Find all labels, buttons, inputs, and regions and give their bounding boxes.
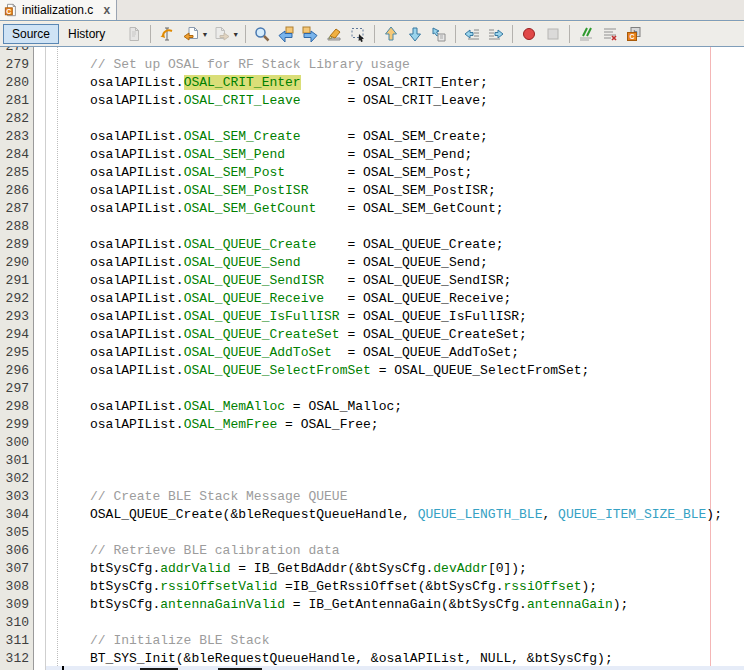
line-number[interactable]: 296: [0, 362, 34, 380]
code-editor[interactable]: 278279// Set up OSAL for RF Stack Librar…: [0, 47, 744, 670]
line-number[interactable]: 284: [0, 146, 34, 164]
code-line[interactable]: 284osalAPIList.OSAL_SEM_Pend = OSAL_SEM_…: [0, 146, 744, 164]
code-line[interactable]: 296osalAPIList.OSAL_QUEUE_SelectFromSet …: [0, 362, 744, 380]
tab-close-icon[interactable]: x: [103, 4, 110, 16]
code-line[interactable]: 289osalAPIList.OSAL_QUEUE_Create = OSAL_…: [0, 236, 744, 254]
code-line[interactable]: 292osalAPIList.OSAL_QUEUE_Receive = OSAL…: [0, 290, 744, 308]
code-line[interactable]: 300: [0, 434, 744, 452]
tab-initialization-c[interactable]: C initialization.c x: [0, 0, 117, 20]
start-macro-recording-icon[interactable]: [518, 24, 540, 45]
code-line[interactable]: 304OSAL_QUEUE_Create(&bleRequestQueueHan…: [0, 506, 744, 524]
code-text[interactable]: [34, 380, 90, 398]
code-line[interactable]: 285osalAPIList.OSAL_SEM_Post = OSAL_SEM_…: [0, 164, 744, 182]
code-line[interactable]: 293osalAPIList.OSAL_QUEUE_IsFullISR = OS…: [0, 308, 744, 326]
code-text[interactable]: osalAPIList.OSAL_QUEUE_AddToSet = OSAL_Q…: [34, 344, 519, 362]
code-text[interactable]: osalAPIList.OSAL_MemFree = OSAL_Free;: [34, 416, 379, 434]
line-number[interactable]: 308: [0, 578, 34, 596]
shift-line-right-icon[interactable]: [485, 24, 507, 45]
jump-to-last-edit-icon[interactable]: [156, 24, 178, 45]
code-line[interactable]: 279// Set up OSAL for RF Stack Library u…: [0, 56, 744, 74]
code-text[interactable]: // Initialize BLE Stack: [34, 632, 269, 650]
line-number[interactable]: 290: [0, 254, 34, 272]
code-line[interactable]: 295osalAPIList.OSAL_QUEUE_AddToSet = OSA…: [0, 344, 744, 362]
code-text[interactable]: osalAPIList.OSAL_SEM_PostISR = OSAL_SEM_…: [34, 182, 496, 200]
next-bookmark-icon[interactable]: [404, 24, 426, 45]
line-number[interactable]: 287: [0, 200, 34, 218]
code-text[interactable]: [34, 110, 90, 128]
code-line[interactable]: 305: [0, 524, 744, 542]
line-number[interactable]: 282: [0, 110, 34, 128]
line-number[interactable]: 297: [0, 380, 34, 398]
line-number[interactable]: 306: [0, 542, 34, 560]
code-text[interactable]: osalAPIList.OSAL_QUEUE_Create = OSAL_QUE…: [34, 236, 503, 254]
code-text[interactable]: osalAPIList.OSAL_QUEUE_Send = OSAL_QUEUE…: [34, 254, 488, 272]
line-number[interactable]: 311: [0, 632, 34, 650]
line-number[interactable]: 301: [0, 452, 34, 470]
code-line[interactable]: 280osalAPIList.OSAL_CRIT_Enter = OSAL_CR…: [0, 74, 744, 92]
line-number[interactable]: 307: [0, 560, 34, 578]
line-number[interactable]: 291: [0, 272, 34, 290]
line-number[interactable]: 302: [0, 470, 34, 488]
code-text[interactable]: osalAPIList.OSAL_QUEUE_SelectFromSet = O…: [34, 362, 589, 380]
line-number[interactable]: 289: [0, 236, 34, 254]
find-selection-icon[interactable]: [251, 24, 273, 45]
line-number[interactable]: 298: [0, 398, 34, 416]
code-text[interactable]: [34, 452, 90, 470]
line-number[interactable]: 285: [0, 164, 34, 182]
line-number[interactable]: 305: [0, 524, 34, 542]
code-line[interactable]: 282: [0, 110, 744, 128]
code-text[interactable]: osalAPIList.OSAL_QUEUE_Receive = OSAL_QU…: [34, 290, 511, 308]
code-line[interactable]: 299osalAPIList.OSAL_MemFree = OSAL_Free;: [0, 416, 744, 434]
code-line[interactable]: 281osalAPIList.OSAL_CRIT_Leave = OSAL_CR…: [0, 92, 744, 110]
code-text[interactable]: osalAPIList.OSAL_QUEUE_IsFullISR = OSAL_…: [34, 308, 527, 326]
code-text[interactable]: // Retrieve BLE calibration data: [34, 542, 340, 560]
comment-icon[interactable]: [575, 24, 597, 45]
find-previous-occurrence-icon[interactable]: [275, 24, 297, 45]
code-line[interactable]: 306// Retrieve BLE calibration data: [0, 542, 744, 560]
line-number[interactable]: 283: [0, 128, 34, 146]
code-line[interactable]: 294osalAPIList.OSAL_QUEUE_CreateSet = OS…: [0, 326, 744, 344]
back-dropdown-icon[interactable]: ▼: [201, 31, 208, 38]
line-number[interactable]: 278: [0, 47, 34, 56]
history-view-button[interactable]: History: [59, 24, 114, 44]
code-line[interactable]: 298osalAPIList.OSAL_MemAlloc = OSAL_Mall…: [0, 398, 744, 416]
line-number[interactable]: 310: [0, 614, 34, 632]
code-line[interactable]: 311// Initialize BLE Stack: [0, 632, 744, 650]
previous-bookmark-icon[interactable]: [380, 24, 402, 45]
code-line[interactable]: 286osalAPIList.OSAL_SEM_PostISR = OSAL_S…: [0, 182, 744, 200]
code-line[interactable]: 283osalAPIList.OSAL_SEM_Create = OSAL_SE…: [0, 128, 744, 146]
code-line[interactable]: 290osalAPIList.OSAL_QUEUE_Send = OSAL_QU…: [0, 254, 744, 272]
code-text[interactable]: [34, 47, 90, 56]
line-number[interactable]: 312: [0, 650, 34, 668]
code-line[interactable]: 297: [0, 380, 744, 398]
line-number[interactable]: 304: [0, 506, 34, 524]
go-to-header-source-icon[interactable]: hC: [623, 24, 645, 45]
line-number[interactable]: 286: [0, 182, 34, 200]
source-view-button[interactable]: Source: [3, 24, 59, 44]
line-number[interactable]: 279: [0, 56, 34, 74]
code-line[interactable]: 287osalAPIList.OSAL_SEM_GetCount = OSAL_…: [0, 200, 744, 218]
line-number[interactable]: 309: [0, 596, 34, 614]
line-number[interactable]: 299: [0, 416, 34, 434]
line-number[interactable]: 281: [0, 92, 34, 110]
code-line[interactable]: 310: [0, 614, 744, 632]
rectangular-selection-icon[interactable]: [347, 24, 369, 45]
code-line[interactable]: 303// Create BLE Stack Message QUEUE: [0, 488, 744, 506]
code-text[interactable]: osalAPIList.OSAL_QUEUE_SendISR = OSAL_QU…: [34, 272, 511, 290]
code-text[interactable]: osalAPIList.OSAL_MemAlloc = OSAL_Malloc;: [34, 398, 402, 416]
code-text[interactable]: [34, 470, 90, 488]
line-number[interactable]: 280: [0, 74, 34, 92]
code-text[interactable]: btSysCfg.antennaGainValid = IB_GetAntenn…: [34, 596, 628, 614]
code-line[interactable]: 302: [0, 470, 744, 488]
line-number[interactable]: 293: [0, 308, 34, 326]
code-text[interactable]: btSysCfg.rssiOffsetValid =IB_GetRssiOffs…: [34, 578, 597, 596]
code-text[interactable]: osalAPIList.OSAL_SEM_Pend = OSAL_SEM_Pen…: [34, 146, 472, 164]
code-line[interactable]: 288: [0, 218, 744, 236]
code-line[interactable]: 308btSysCfg.rssiOffsetValid =IB_GetRssiO…: [0, 578, 744, 596]
code-text[interactable]: // Set up OSAL for RF Stack Library usag…: [34, 56, 410, 74]
code-text[interactable]: [34, 434, 90, 452]
toggle-highlight-search-icon[interactable]: [323, 24, 345, 45]
code-text[interactable]: [34, 524, 90, 542]
code-line[interactable]: 291osalAPIList.OSAL_QUEUE_SendISR = OSAL…: [0, 272, 744, 290]
code-line[interactable]: 309btSysCfg.antennaGainValid = IB_GetAnt…: [0, 596, 744, 614]
